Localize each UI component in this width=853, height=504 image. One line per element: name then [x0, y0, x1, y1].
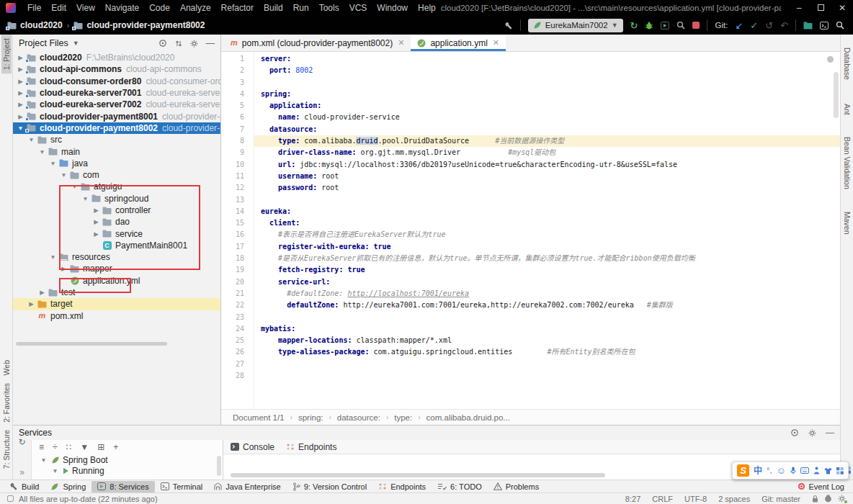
breadcrumb-segment[interactable]: com.alibaba.druid.po... — [426, 413, 510, 422]
tree-item-cloud-eureka-server7001[interactable]: ▶ cloud-eureka-server7001cloud-eureka-se… — [13, 87, 220, 99]
code-line-7[interactable]: datasource: — [261, 124, 840, 135]
toolwindow-button-problems[interactable]: Problems — [488, 481, 545, 492]
ime-mic-icon[interactable] — [790, 467, 796, 474]
event-log-button[interactable]: Event Log — [798, 482, 850, 491]
history-icon[interactable]: ↺ — [765, 21, 773, 30]
collapse-all-icon[interactable] — [175, 40, 182, 48]
status-segment[interactable]: 8:27 — [625, 495, 640, 503]
status-segment[interactable]: UTF-8 — [684, 495, 707, 503]
code-line-3[interactable] — [261, 77, 840, 89]
toolwindow-button-9-version-control[interactable]: 9: Version Control — [287, 481, 372, 492]
breadcrumb-segment[interactable]: Document 1/1 — [233, 413, 285, 422]
ime-hand-icon[interactable] — [813, 467, 820, 474]
chevron-expanded-icon[interactable]: ▼ — [81, 195, 90, 202]
code-line-2[interactable]: port: 8002 — [261, 65, 840, 76]
hide-panel-icon[interactable]: — — [206, 38, 215, 48]
tree-item-mapper[interactable]: ▶ mapper — [13, 263, 220, 274]
tree-item-cloud-eureka-server7002[interactable]: ▶ cloud-eureka-server7002cloud-eureka-se… — [13, 99, 220, 110]
code-line-1[interactable]: server: — [261, 53, 840, 65]
code-line-23[interactable] — [261, 312, 840, 323]
tool-button-1-project[interactable]: 1: Project — [1, 35, 12, 73]
code-line-13[interactable] — [261, 194, 840, 206]
menu-view[interactable]: View — [71, 3, 100, 13]
menu-run[interactable]: Run — [288, 3, 314, 13]
chevron-expanded-icon[interactable]: ▼ — [37, 148, 47, 156]
chevron-expanded-icon[interactable]: ▼ — [59, 171, 68, 179]
status-segment[interactable]: Git: master — [762, 495, 800, 503]
tree-item-application-yml[interactable]: application.yml — [13, 275, 220, 287]
code-line-11[interactable]: username: root — [261, 171, 840, 182]
code-line-28[interactable] — [261, 370, 840, 382]
chevron-collapsed-icon[interactable]: ▶ — [91, 230, 101, 238]
tool-window-icon[interactable] — [820, 22, 829, 30]
code-line-14[interactable]: eureka: — [261, 206, 840, 217]
code-line-19[interactable]: fetch-registry: true — [261, 264, 840, 276]
profiler-icon[interactable] — [676, 21, 685, 30]
view-options-icon[interactable] — [790, 428, 799, 437]
tree-horizontal-scrollbar[interactable] — [16, 342, 167, 346]
build-hammer-icon[interactable] — [504, 21, 513, 30]
menu-edit[interactable]: Edit — [46, 3, 71, 13]
tree-item-cloud-api-commons[interactable]: ▶ cloud-api-commonscloud-api-commons — [13, 63, 220, 75]
minimize-button[interactable]: – — [788, 3, 810, 13]
code-line-20[interactable]: service-url: — [261, 276, 840, 288]
toolwindow-button-spring[interactable]: Spring — [45, 481, 91, 492]
filter-icon[interactable]: ▼ — [80, 442, 89, 452]
services-item-spring-boot[interactable]: ▼ Spring Boot — [32, 454, 223, 465]
collapse-all-icon[interactable]: ≡ — [39, 442, 44, 452]
services-tab-console[interactable]: Console — [231, 442, 274, 452]
toolwindow-toggle-icon[interactable] — [7, 495, 14, 502]
chevron-expanded-icon[interactable]: ▼ — [48, 253, 58, 261]
services-tab-endpoints[interactable]: Endpoints — [286, 442, 336, 452]
project-structure-icon[interactable] — [803, 22, 813, 30]
chevron-expanded-icon[interactable]: ▼ — [48, 160, 58, 167]
code-area[interactable]: 1234567891011121314151617181920212223242… — [221, 52, 840, 409]
settings-icon[interactable] — [190, 40, 198, 48]
tool-button-bean-validation[interactable]: Bean Validation — [842, 133, 852, 193]
chevron-collapsed-icon[interactable]: ▶ — [16, 101, 25, 108]
chevron-expanded-icon[interactable]: ▼ — [16, 125, 25, 132]
code-line-15[interactable]: client: — [261, 217, 840, 229]
tree-item-pom-xml[interactable]: m pom.xml — [13, 310, 220, 322]
sogou-logo-icon[interactable]: S — [737, 464, 749, 477]
ime-shirt-icon[interactable] — [824, 467, 832, 474]
stop-icon[interactable] — [692, 22, 700, 29]
chevron-collapsed-icon[interactable]: ▶ — [37, 289, 47, 296]
tree-item-paymentmain8001[interactable]: C PaymentMain8001 — [13, 240, 220, 251]
group-by-icon[interactable]: ∷ — [66, 442, 72, 452]
tool-button-ant[interactable]: Ant — [842, 100, 852, 119]
tree-item-dao[interactable]: ▶ dao — [13, 216, 220, 228]
chevron-collapsed-icon[interactable]: ▶ — [27, 300, 36, 307]
code-line-17[interactable]: register-with-eureka: true — [261, 241, 840, 253]
git-commit-icon[interactable]: ✓ — [750, 21, 758, 30]
locate-file-icon[interactable] — [158, 39, 167, 48]
tree-item-atguigu[interactable]: ▼ atguigu — [13, 181, 220, 192]
tree-item-main[interactable]: ▼ main — [13, 145, 220, 157]
tree-item-java[interactable]: ▼ java — [13, 158, 220, 169]
menu-navigate[interactable]: Navigate — [100, 3, 144, 13]
tree-item-com[interactable]: ▼ com — [13, 169, 220, 181]
project-view-title[interactable]: Project Files — [19, 38, 68, 48]
revert-icon[interactable]: ↶ — [780, 21, 788, 30]
toolwindow-button-build[interactable]: Build — [3, 481, 45, 492]
menu-analyze[interactable]: Analyze — [175, 3, 216, 13]
editor-tab-application-yml[interactable]: application.yml✕ — [411, 35, 506, 51]
toolwindow-button-terminal[interactable]: Terminal — [155, 481, 209, 492]
chevron-collapsed-icon[interactable]: ▶ — [16, 66, 25, 73]
add-icon[interactable]: + — [113, 442, 118, 452]
code-line-22[interactable]: defaultZone: http://eureka7001.com:7001/… — [261, 300, 840, 311]
chevron-expanded-icon[interactable]: ▼ — [50, 467, 60, 474]
editor-vertical-scrollbar[interactable] — [834, 72, 839, 118]
settings-status-icon[interactable] — [838, 495, 846, 503]
search-everywhere-icon[interactable] — [836, 21, 844, 30]
chevron-collapsed-icon[interactable]: ▶ — [16, 54, 25, 61]
git-update-icon[interactable]: ↙ — [735, 21, 743, 30]
tree-item-cloud-provider-payment8002[interactable]: ▼ cloud-provider-payment8002cloud-provid… — [13, 122, 220, 134]
tree-item-cloud2020[interactable]: ▶ cloud2020F:\JetBrains\cloud2020 — [13, 52, 220, 63]
ime-keyboard-icon[interactable] — [800, 467, 809, 474]
tree-item-springcloud[interactable]: ▼ springcloud — [13, 193, 220, 204]
run-icon[interactable]: ↻ — [630, 21, 638, 30]
breadcrumb-item[interactable]: cloud2020 — [6, 20, 64, 30]
code-line-6[interactable]: name: cloud-provider-service — [261, 112, 840, 123]
hector-inspections-icon[interactable] — [824, 495, 832, 503]
